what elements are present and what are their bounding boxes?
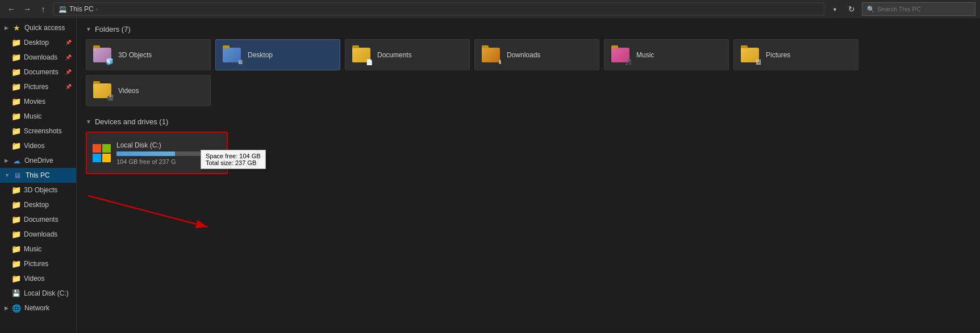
folder-item-music[interactable]: 🎵 Music [604,39,729,70]
sidebar-label-documents-qa: Documents [24,68,59,76]
sidebar-label-music: Music [24,245,41,253]
folder-icon: 📁 [11,68,20,77]
star-icon: ★ [12,23,21,32]
onedrive-icon: ☁ [12,156,21,165]
sidebar-label-screenshots-qa: Screenshots [24,127,62,135]
sidebar-item-downloads[interactable]: 📁 Downloads [0,227,76,242]
search-input[interactable] [877,6,970,12]
sidebar-item-videos[interactable]: 📁 Videos [0,271,76,286]
sidebar-item-onedrive[interactable]: ▶ ☁ OneDrive [0,153,76,168]
sidebar-label-localdisk: Local Disk (C:) [24,289,69,297]
drive-bar-fill [116,151,175,156]
folder-icon: 📁 [11,200,20,209]
expand-arrow-icon: ▶ [5,158,9,163]
folder-icon: 📁 [11,274,20,283]
sidebar-item-3dobjects[interactable]: 📁 3D Objects [0,183,76,197]
sidebar: ▶ ★ Quick access 📁 Desktop 📌 📁 Downloads… [0,18,77,333]
folder-name-documents: Documents [377,51,412,59]
expand-arrow-icon: ▼ [5,172,10,178]
folder-icon: 📁 [11,186,20,195]
drive-icon: 💾 [11,289,20,298]
sidebar-label-desktop: Desktop [24,201,49,209]
back-button[interactable]: ← [5,2,18,16]
drives-section-title: ▼ Devices and drives (1) [86,117,971,126]
section-arrow-icon: ▼ [86,26,91,32]
folder-3dobjects-icon: 🧊 [92,45,112,65]
network-label: Network [24,304,49,312]
address-dropdown-button[interactable]: ▾ [828,2,841,16]
main-layout: ▶ ★ Quick access 📁 Desktop 📌 📁 Downloads… [0,18,980,333]
sidebar-label-desktop-qa: Desktop [24,39,49,47]
music-overlay-icon: 🎵 [625,59,632,65]
sidebar-item-music[interactable]: 📁 Music [0,242,76,256]
sidebar-item-music-qa[interactable]: 📁 Music [0,109,76,124]
sidebar-item-desktop[interactable]: 📁 Desktop [0,197,76,212]
breadcrumb-separator: › [96,6,98,12]
sidebar-item-pictures-qa[interactable]: 📁 Pictures 📌 [0,79,76,94]
windows-logo-icon [93,144,111,162]
expand-arrow-icon: ▶ [5,25,9,31]
folder-item-pictures[interactable]: 🖼 Pictures [733,39,858,70]
refresh-button[interactable]: ↻ [845,2,858,16]
folder-icon: 📁 [11,112,20,121]
sidebar-item-pictures[interactable]: 📁 Pictures [0,256,76,271]
folder-item-desktop[interactable]: 🖥 Desktop [215,39,340,70]
drive-item-c[interactable]: Local Disk (C:) 104 GB free of 237 G Spa… [86,132,228,174]
sidebar-label-movies-qa: Movies [24,98,45,106]
folder-name-3dobjects: 3D Objects [118,51,152,59]
folder-icon: 📁 [11,141,20,150]
pin-icon: 📌 [65,84,72,90]
sidebar-item-documents[interactable]: 📁 Documents [0,212,76,227]
sidebar-item-network[interactable]: ▶ 🌐 Network [0,301,76,315]
search-bar[interactable]: 🔍 [862,2,975,16]
folder-icon: 📁 [11,53,20,62]
docs-overlay-icon: 📄 [366,59,373,65]
forward-button[interactable]: → [20,2,34,16]
sidebar-item-localdisk[interactable]: 💾 Local Disk (C:) [0,286,76,301]
search-icon: 🔍 [867,6,875,13]
folder-icon: 📁 [11,259,20,268]
sidebar-item-videos-qa[interactable]: 📁 Videos [0,138,76,153]
sidebar-label-pictures-qa: Pictures [24,83,48,91]
up-button[interactable]: ↑ [36,2,50,16]
sidebar-item-movies-qa[interactable]: 📁 Movies [0,94,76,109]
sidebar-label-pictures: Pictures [24,260,48,268]
onedrive-label: OneDrive [24,157,53,165]
folder-desktop-icon: 🖥 [222,45,242,65]
folder-item-3dobjects[interactable]: 🧊 3D Objects [86,39,211,70]
folder-name-pictures: Pictures [766,51,790,59]
sidebar-item-downloads-qa[interactable]: 📁 Downloads 📌 [0,50,76,65]
folder-item-videos[interactable]: 🎬 Videos [86,75,211,106]
breadcrumb-pc-icon: 💻 [59,5,67,13]
sidebar-section-quick-access[interactable]: ▶ ★ Quick access [0,20,76,35]
quick-access-label: Quick access [24,24,65,32]
drives-section-label: Devices and drives (1) [95,117,168,126]
sidebar-label-videos-qa: Videos [24,142,44,150]
content-area: ▼ Folders (7) 🧊 3D Objects 🖥 Desktop [77,18,980,333]
sidebar-item-thispc[interactable]: ▼ 🖥 This PC [0,168,76,183]
folders-grid: 🧊 3D Objects 🖥 Desktop 📄 Documents [86,39,971,106]
red-arrow-annotation [82,190,230,235]
drive-tooltip: Space free: 104 GB Total size: 237 GB [201,150,266,169]
folder-icon: 📁 [11,215,20,224]
folder-music-icon: 🎵 [610,45,631,65]
folder-item-documents[interactable]: 📄 Documents [345,39,470,70]
tooltip-free-space: Space free: 104 GB [206,153,261,159]
folder-name-desktop: Desktop [248,51,273,59]
folder-item-downloads[interactable]: ⬇ Downloads [474,39,599,70]
sidebar-item-documents-qa[interactable]: 📁 Documents 📌 [0,65,76,79]
sidebar-item-screenshots-qa[interactable]: 📁 Screenshots [0,124,76,138]
sidebar-label-downloads-qa: Downloads [24,53,57,61]
folder-icon: 📁 [11,82,20,91]
title-bar: ← → ↑ 💻 This PC › ▾ ↻ 🔍 [0,0,980,18]
folder-documents-icon: 📄 [351,45,372,65]
folder-videos-icon: 🎬 [92,81,112,101]
breadcrumb[interactable]: 💻 This PC › [53,2,824,16]
sidebar-item-desktop-qa[interactable]: 📁 Desktop 📌 [0,35,76,50]
sidebar-label-videos: Videos [24,275,44,283]
folder-downloads-icon: ⬇ [481,45,501,65]
sidebar-label-music-qa: Music [24,112,41,120]
folder-name-downloads: Downloads [507,51,540,59]
videos-overlay-icon: 🎬 [107,95,114,101]
section-arrow-icon: ▼ [86,119,91,125]
